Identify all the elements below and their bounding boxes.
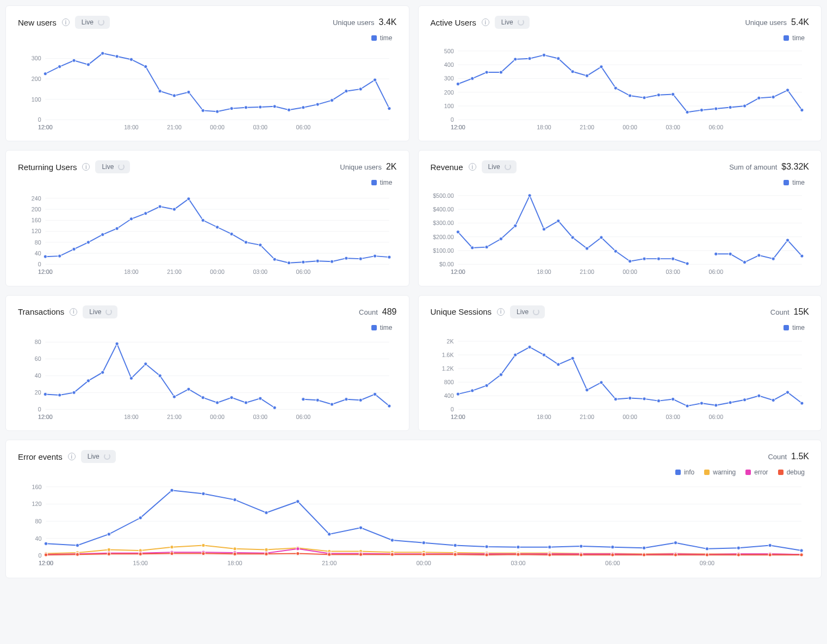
live-label: Live [88,453,100,460]
svg-point-110 [115,227,119,230]
svg-point-358 [233,552,237,555]
svg-text:12:00: 12:00 [451,124,465,130]
svg-point-36 [345,90,348,93]
svg-text:160: 160 [32,217,41,224]
legend-item[interactable]: debug [778,468,805,476]
live-label: Live [517,308,528,316]
svg-point-247 [657,399,660,402]
info-icon[interactable]: i [70,308,77,316]
svg-point-164 [671,258,674,261]
svg-point-365 [453,553,457,556]
svg-text:06:00: 06:00 [296,124,310,130]
svg-point-163 [657,258,660,261]
svg-point-114 [172,208,176,211]
chart-legend: time [431,324,805,332]
legend-label: time [792,324,805,332]
spinner-icon [98,19,104,26]
live-badge[interactable]: Live [75,16,110,29]
svg-text:$400.00: $400.00 [433,206,453,212]
svg-point-161 [628,260,631,263]
svg-point-279 [107,533,110,536]
spinner-icon [104,453,110,460]
svg-point-234 [470,389,474,392]
svg-point-289 [422,541,425,545]
svg-point-300 [768,544,772,547]
card-title: Error events [18,452,63,461]
legend-label: time [792,179,805,186]
legend-swatch [784,325,789,330]
svg-text:06:00: 06:00 [708,414,723,420]
svg-text:12:00: 12:00 [38,268,53,275]
svg-point-194 [101,371,104,374]
svg-point-152 [499,237,502,241]
live-badge[interactable]: Live [495,16,530,29]
svg-point-245 [628,396,631,399]
svg-point-208 [316,398,319,402]
card-title: Unique Sessions [431,307,492,316]
svg-point-149 [456,230,459,234]
svg-point-19 [101,52,104,55]
svg-point-207 [302,397,305,401]
card-header: Error eventsiLiveCount1.5K [18,450,809,463]
svg-text:00:00: 00:00 [210,268,225,275]
svg-point-286 [327,533,331,536]
legend-item[interactable]: time [371,34,393,42]
legend-item[interactable]: time [784,179,805,186]
legend-item[interactable]: error [745,468,768,476]
live-badge[interactable]: Live [83,305,117,318]
legend-item[interactable]: time [784,34,805,42]
legend-item[interactable]: time [784,324,805,332]
legend-item[interactable]: time [371,324,393,332]
svg-point-112 [144,212,147,215]
live-badge[interactable]: Live [81,450,116,463]
svg-point-128 [373,254,376,258]
svg-text:0: 0 [38,261,41,268]
legend-item[interactable]: time [371,179,393,186]
chart-card-revenue: RevenueiLiveSum of amount$3.32Ktime$0.00… [418,150,822,286]
legend-label: warning [713,468,736,476]
svg-point-374 [737,553,740,557]
svg-text:21:00: 21:00 [580,414,594,420]
info-icon[interactable]: i [497,308,505,316]
legend-swatch [371,180,377,185]
svg-text:400: 400 [444,392,453,399]
svg-point-37 [359,87,362,91]
svg-text:100: 100 [444,103,453,109]
svg-text:03:00: 03:00 [666,268,680,275]
legend-item[interactable]: info [675,468,694,476]
svg-point-360 [296,552,300,555]
svg-point-117 [216,226,219,229]
info-icon[interactable]: i [62,18,70,26]
svg-text:12:00: 12:00 [451,414,465,420]
live-badge[interactable]: Live [482,160,517,173]
live-badge[interactable]: Live [510,305,545,318]
info-icon[interactable]: i [469,163,476,171]
svg-point-200 [187,387,190,391]
live-badge[interactable]: Live [95,160,130,173]
info-icon[interactable]: i [82,163,90,171]
svg-point-246 [642,397,645,401]
info-icon[interactable]: i [68,453,76,460]
svg-text:0: 0 [38,116,41,123]
svg-point-306 [170,546,173,549]
svg-point-30 [259,105,262,109]
svg-point-115 [187,197,190,201]
svg-text:12:00: 12:00 [39,560,53,567]
metric-value: 2K [386,162,397,172]
svg-text:100: 100 [32,96,41,103]
legend-item[interactable]: warning [704,468,736,476]
svg-point-368 [548,553,551,557]
chart: 04008001.2K1.6K2K12:0018:0021:0000:0003:… [431,334,810,423]
svg-text:120: 120 [32,228,41,235]
chart-card-error-events: Error eventsiLiveCount1.5Kinfowarningerr… [5,440,822,578]
svg-text:0: 0 [450,116,453,123]
svg-point-370 [611,553,614,557]
svg-point-203 [230,396,233,399]
svg-point-33 [302,106,305,109]
svg-text:40: 40 [35,535,42,542]
info-icon[interactable]: i [482,18,489,26]
svg-point-109 [101,233,104,236]
svg-point-124 [316,260,319,263]
chart-card-returning-users: Returning UsersiLiveUnique users2Ktime04… [5,150,409,286]
svg-point-233 [456,392,459,396]
